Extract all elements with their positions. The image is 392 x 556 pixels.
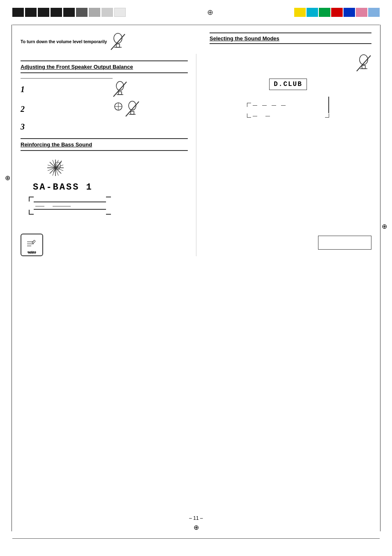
main-content: To turn down the volume level temporaril… xyxy=(0,25,392,273)
left-column: Adjusting the Front Speaker Output Balan… xyxy=(21,54,196,256)
step2-content: 2 xyxy=(21,104,113,114)
sq7 xyxy=(89,8,100,17)
top-crosshair: ⊕ xyxy=(207,8,213,17)
bass-section: Reinforcing the Bass Sound xyxy=(21,138,188,151)
ltblue-sq xyxy=(368,8,380,17)
right-bottom-box-area xyxy=(205,233,371,252)
notes-icon: notes xyxy=(21,234,43,256)
adj-title: Adjusting the Front Speaker Output Balan… xyxy=(21,64,188,70)
red-sq xyxy=(331,8,343,17)
sq2 xyxy=(25,8,37,17)
svg-rect-5 xyxy=(118,92,122,95)
notes-svg xyxy=(25,238,39,253)
sound-modes-title: Selecting the Sound Modes xyxy=(210,35,279,42)
mode-dashes-top: — — — — xyxy=(251,102,328,107)
mode-bl xyxy=(247,114,251,118)
bracket-bottom xyxy=(29,209,111,215)
left-crosshair: ⊕ xyxy=(5,174,10,182)
two-column-layout: Adjusting the Front Speaker Output Balan… xyxy=(21,54,371,256)
step3-num: 3 xyxy=(21,122,188,132)
step1-line xyxy=(21,78,113,79)
green-sq xyxy=(319,8,330,17)
svg-rect-12 xyxy=(131,111,134,114)
right-bottom-box xyxy=(318,236,371,250)
sq5 xyxy=(63,8,75,17)
dclub-display-area: D.CLUB xyxy=(205,76,371,93)
bass-divider-bot xyxy=(21,150,188,151)
bass-divider-top xyxy=(21,138,188,139)
sq9 xyxy=(114,8,126,17)
adj-section: Adjusting the Front Speaker Output Balan… xyxy=(21,60,188,73)
dash2: — xyxy=(262,102,267,107)
step1-content: 1 xyxy=(21,85,113,94)
sound-modes-area: Selecting the Sound Modes xyxy=(203,32,371,48)
bracket-item2: ———— xyxy=(53,203,71,208)
sq1 xyxy=(12,8,24,17)
notes-area: notes xyxy=(21,227,188,256)
sound-modes-header: Selecting the Sound Modes xyxy=(210,32,371,44)
mode-top-bracket: — — — — xyxy=(247,97,329,113)
sq8 xyxy=(101,8,113,17)
bottom-area: – 11 – ⊕ xyxy=(0,515,392,531)
step1-icon xyxy=(113,81,127,97)
bass-content: ⊕ xyxy=(21,158,188,256)
mute-icon xyxy=(110,32,126,51)
step3-area: 3 xyxy=(21,122,188,132)
svg-rect-1 xyxy=(116,44,120,47)
pink-sq xyxy=(356,8,367,17)
dash6: — xyxy=(265,113,270,118)
page-number: – 11 – xyxy=(0,515,392,521)
notes-label: notes xyxy=(28,251,36,254)
adj-divider-bot xyxy=(21,72,188,73)
bracket-corner-tl xyxy=(29,197,34,202)
bracket-bot-right xyxy=(106,210,111,215)
sq6 xyxy=(76,8,88,17)
sq3 xyxy=(38,8,49,17)
mode-right-vert xyxy=(328,97,329,113)
bass-icon-area xyxy=(45,158,188,178)
yellow-sq xyxy=(294,8,306,17)
bracket-hline-top xyxy=(34,202,106,202)
step1-area: 1 xyxy=(21,78,188,97)
dash5: — xyxy=(253,113,257,118)
step2-icons xyxy=(113,101,140,117)
right-column: D.CLUB — — — — xyxy=(196,54,371,256)
bracket-top-right xyxy=(106,197,111,202)
step1-row: 1 xyxy=(21,81,188,97)
dclub-display: D.CLUB xyxy=(269,79,307,90)
bracket-top xyxy=(29,197,111,202)
bracket-hline-bot xyxy=(34,209,106,210)
bottom-line xyxy=(12,538,380,539)
step2-area: 2 xyxy=(21,101,188,117)
right-crosshair: ⊕ xyxy=(382,222,387,230)
bass-selector: —— ———— xyxy=(29,197,111,215)
right-mute-icon xyxy=(356,54,371,72)
right-mute-area xyxy=(205,54,371,72)
dash4: — xyxy=(281,102,286,107)
bracket-content: —— ———— xyxy=(29,202,111,209)
temp-volume-label: To turn down the volume level temporaril… xyxy=(21,39,107,45)
svg-rect-30 xyxy=(362,65,365,69)
bracket-corner-bl xyxy=(29,210,34,215)
bass-display: SA-BASS 1 xyxy=(33,182,188,192)
color-squares xyxy=(294,8,380,17)
dash1: — xyxy=(253,102,257,107)
step1-num: 1 xyxy=(21,85,113,94)
temp-volume-area: To turn down the volume level temporaril… xyxy=(21,32,189,51)
bass-title: Reinforcing the Bass Sound xyxy=(21,141,188,148)
step2-num: 2 xyxy=(21,104,113,114)
bass-star-icon xyxy=(45,158,66,178)
cyan-sq xyxy=(307,8,318,17)
blue-sq xyxy=(344,8,355,17)
sq4 xyxy=(51,8,62,17)
top-bar: ⊕ xyxy=(0,0,392,25)
step2-icon-vol xyxy=(113,101,124,114)
mode-tl xyxy=(247,103,251,107)
mode-selector: — — — — — — xyxy=(247,97,329,118)
step2-row: 2 xyxy=(21,101,188,117)
intro-row: To turn down the volume level temporaril… xyxy=(21,32,371,51)
bottom-crosshair: ⊕ xyxy=(0,524,392,531)
adj-divider-top xyxy=(21,60,188,61)
dash3: — xyxy=(272,102,276,107)
bracket-item1: —— xyxy=(35,203,44,208)
